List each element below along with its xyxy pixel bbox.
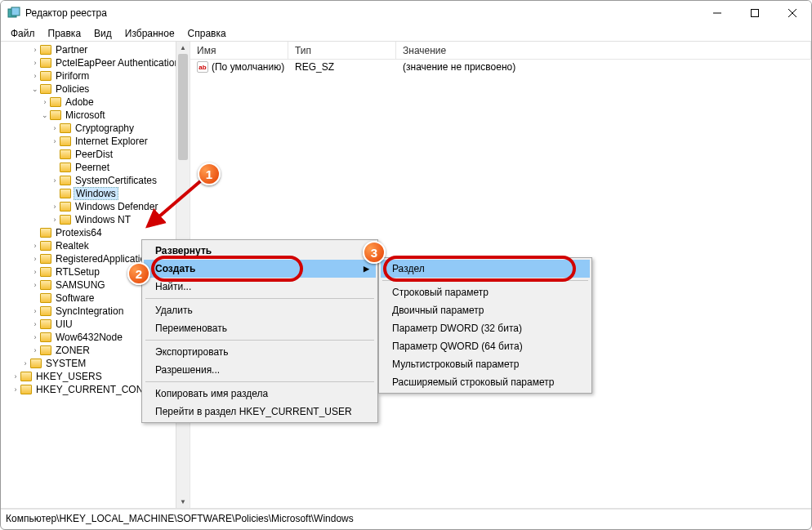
expand-icon[interactable]: ›: [30, 268, 40, 276]
tree-label: PeerDist: [74, 149, 114, 160]
tree-label: ZONER: [54, 345, 91, 356]
expand-icon[interactable]: ›: [30, 242, 40, 250]
scroll-thumb[interactable]: [178, 54, 188, 160]
menu-item[interactable]: Параметр QWORD (64 бита): [381, 337, 590, 355]
tree-label: Policies: [54, 83, 91, 95]
menu-item[interactable]: Развернуть: [144, 242, 376, 260]
menu-view[interactable]: Вид: [89, 26, 117, 41]
expand-icon[interactable]: ›: [30, 320, 40, 328]
tree-item[interactable]: ⌄Policies: [1, 82, 190, 96]
folder-icon: [30, 359, 42, 368]
list-row[interactable]: ab(По умолчанию) REG_SZ (значение не при…: [190, 60, 811, 74]
expand-icon[interactable]: ›: [11, 372, 20, 381]
collapse-icon[interactable]: ⌄: [30, 85, 40, 93]
folder-icon: [50, 97, 61, 107]
menu-item[interactable]: Двоичный параметр: [381, 301, 590, 319]
menu-item[interactable]: Экспортировать: [144, 343, 376, 361]
expand-icon[interactable]: ›: [50, 216, 60, 224]
tree-item[interactable]: ›Internet Explorer: [1, 135, 190, 148]
menu-item[interactable]: Перейти в раздел HKEY_CURRENT_USER: [144, 403, 376, 421]
expand-icon[interactable]: ›: [50, 203, 60, 211]
scroll-up-icon[interactable]: ▲: [176, 42, 190, 54]
menu-edit[interactable]: Правка: [43, 26, 87, 41]
col-type[interactable]: Тип: [288, 42, 396, 59]
menu-item[interactable]: Мультистроковый параметр: [381, 355, 590, 373]
expand-icon[interactable]: ›: [30, 333, 40, 341]
expand-icon[interactable]: ›: [50, 124, 60, 132]
tree-label: SYSTEM: [44, 358, 87, 369]
window-title: Редактор реестра: [25, 7, 698, 19]
close-button[interactable]: [774, 1, 811, 25]
expand-icon[interactable]: ›: [30, 346, 40, 354]
row-name: (По умолчанию): [212, 61, 284, 73]
menu-item[interactable]: Строковый параметр: [381, 283, 590, 301]
tree-item[interactable]: ›Partner: [1, 43, 190, 56]
scroll-down-icon[interactable]: ▼: [176, 496, 190, 508]
folder-icon: [60, 149, 71, 159]
maximize-button[interactable]: [736, 1, 774, 25]
tree-label: Protexis64: [54, 227, 104, 238]
expand-icon[interactable]: ›: [50, 137, 60, 145]
folder-icon: [60, 189, 71, 198]
menu-item[interactable]: Удалить: [144, 301, 376, 319]
folder-icon: [60, 163, 71, 172]
tree-item[interactable]: ›Piriform: [1, 69, 190, 82]
folder-icon: [60, 136, 71, 146]
tree-label: Microsoft: [64, 109, 107, 121]
col-name[interactable]: Имя: [190, 42, 288, 59]
folder-icon: [60, 176, 71, 185]
string-value-icon: ab: [197, 61, 208, 73]
tree-item[interactable]: PeerDist: [1, 148, 190, 161]
folder-icon: [60, 123, 71, 133]
menu-item[interactable]: Найти...: [144, 278, 376, 296]
menu-item[interactable]: Параметр DWORD (32 бита): [381, 319, 590, 337]
menu-item[interactable]: Создать▶: [144, 260, 376, 278]
tree-item[interactable]: ⌄Microsoft: [1, 109, 190, 122]
folder-icon: [40, 45, 51, 55]
context-menu: РазвернутьСоздать▶Найти...УдалитьПереиме…: [141, 239, 378, 423]
menu-item[interactable]: Расширяемый строковый параметр: [381, 373, 590, 391]
tree-label: Partner: [54, 44, 89, 56]
folder-icon: [40, 228, 51, 238]
menu-item[interactable]: Раздел: [381, 260, 590, 278]
minimize-button[interactable]: [698, 1, 736, 25]
col-value[interactable]: Значение: [396, 42, 811, 59]
expand-icon[interactable]: ›: [30, 281, 40, 289]
menu-favorites[interactable]: Избранное: [120, 26, 180, 41]
expand-icon[interactable]: ›: [40, 98, 50, 106]
expand-icon[interactable]: ›: [30, 59, 40, 67]
menubar: Файл Правка Вид Избранное Справка: [1, 25, 811, 42]
folder-icon: [60, 202, 71, 212]
expand-icon[interactable]: ›: [11, 385, 20, 394]
folder-icon: [40, 280, 51, 290]
tree-label: Wow6432Node: [54, 332, 124, 343]
submenu-create: РазделСтроковый параметрДвоичный парамет…: [378, 257, 592, 394]
menu-item[interactable]: Разрешения...: [144, 361, 376, 379]
folder-icon: [40, 84, 51, 94]
expand-icon[interactable]: ›: [50, 176, 60, 185]
tree-label: Peernet: [74, 162, 111, 173]
tree-label: HKEY_USERS: [34, 371, 104, 382]
expand-icon[interactable]: ›: [30, 72, 40, 80]
folder-icon: [40, 319, 51, 329]
expand-icon[interactable]: ›: [30, 46, 40, 54]
expand-icon[interactable]: ›: [30, 255, 40, 263]
tree-item[interactable]: ›Cryptography: [1, 122, 190, 135]
tree-item[interactable]: ›Adobe: [1, 96, 190, 109]
app-icon: [7, 7, 20, 20]
menu-help[interactable]: Справка: [183, 26, 231, 41]
tree-label: SAMSUNG: [54, 279, 107, 291]
row-value: (значение не присвоено): [396, 61, 811, 73]
tree-item[interactable]: ›PctelEapPeer Authentication: [1, 56, 190, 69]
titlebar: Редактор реестра: [1, 1, 811, 25]
tree-label: Cryptography: [74, 122, 136, 134]
expand-icon[interactable]: ›: [30, 307, 40, 315]
collapse-icon[interactable]: ⌄: [40, 111, 50, 119]
menu-item[interactable]: Копировать имя раздела: [144, 385, 376, 403]
folder-icon: [50, 110, 61, 120]
menu-item[interactable]: Переименовать: [144, 319, 376, 337]
menu-file[interactable]: Файл: [6, 26, 40, 41]
expand-icon[interactable]: ›: [20, 359, 30, 367]
folder-icon: [60, 215, 71, 225]
folder-icon: [40, 71, 51, 81]
